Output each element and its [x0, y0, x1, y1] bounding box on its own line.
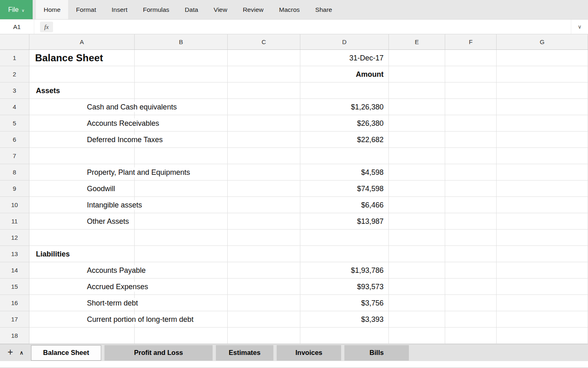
- cell-D11[interactable]: $13,987: [300, 213, 389, 230]
- cell-A14[interactable]: Accounts Payable: [29, 262, 135, 279]
- cell-D8[interactable]: $4,598: [300, 164, 389, 181]
- file-menu-button[interactable]: File ∨: [0, 0, 33, 19]
- cell-C8[interactable]: [228, 164, 300, 181]
- cell-E2[interactable]: [389, 66, 445, 83]
- cell-G9[interactable]: [497, 181, 588, 197]
- cell-G5[interactable]: [497, 115, 588, 132]
- formula-input[interactable]: [57, 20, 571, 34]
- menu-item-share[interactable]: Share: [308, 0, 340, 19]
- cell-D13[interactable]: [300, 246, 389, 262]
- cell-B16[interactable]: [135, 295, 228, 311]
- cell-F9[interactable]: [445, 181, 497, 197]
- cell-F7[interactable]: [445, 148, 497, 164]
- cell-B15[interactable]: [135, 279, 228, 295]
- cell-B1[interactable]: [135, 50, 228, 66]
- cell-C14[interactable]: [228, 262, 300, 279]
- column-header-D[interactable]: D: [300, 34, 389, 49]
- cell-A18[interactable]: [29, 328, 135, 344]
- cell-C5[interactable]: [228, 115, 300, 132]
- cell-E10[interactable]: [389, 197, 445, 213]
- cell-E4[interactable]: [389, 99, 445, 115]
- cell-A5[interactable]: Accounts Receivables: [29, 115, 135, 132]
- cell-G13[interactable]: [497, 246, 588, 262]
- cell-E1[interactable]: [389, 50, 445, 66]
- cell-A17[interactable]: Current portion of long-term debt: [29, 311, 135, 328]
- cell-G1[interactable]: [497, 50, 588, 66]
- cell-E9[interactable]: [389, 181, 445, 197]
- cell-G16[interactable]: [497, 295, 588, 311]
- cell-C2[interactable]: [228, 66, 300, 83]
- cell-C6[interactable]: [228, 132, 300, 148]
- column-header-E[interactable]: E: [389, 34, 445, 49]
- cell-C12[interactable]: [228, 230, 300, 246]
- row-header-5[interactable]: 5: [0, 115, 29, 132]
- cell-D3[interactable]: [300, 83, 389, 99]
- sheet-tab-profit-and-loss[interactable]: Profit and Loss: [104, 345, 213, 361]
- cell-E5[interactable]: [389, 115, 445, 132]
- row-header-2[interactable]: 2: [0, 66, 29, 83]
- select-all-corner[interactable]: [0, 34, 29, 49]
- cell-A13[interactable]: Liabilities: [29, 246, 135, 262]
- sheet-tab-invoices[interactable]: Invoices: [277, 345, 341, 361]
- row-header-17[interactable]: 17: [0, 311, 29, 328]
- cell-D9[interactable]: $74,598: [300, 181, 389, 197]
- sheet-tab-estimates[interactable]: Estimates: [216, 345, 273, 361]
- cell-F10[interactable]: [445, 197, 497, 213]
- cell-D5[interactable]: $26,380: [300, 115, 389, 132]
- column-header-F[interactable]: F: [445, 34, 497, 49]
- cell-C11[interactable]: [228, 213, 300, 230]
- cell-A2[interactable]: [29, 66, 135, 83]
- cell-F1[interactable]: [445, 50, 497, 66]
- row-header-14[interactable]: 14: [0, 262, 29, 279]
- cell-F13[interactable]: [445, 246, 497, 262]
- cell-G12[interactable]: [497, 230, 588, 246]
- cell-F6[interactable]: [445, 132, 497, 148]
- cell-E13[interactable]: [389, 246, 445, 262]
- column-header-A[interactable]: A: [29, 34, 135, 49]
- row-header-15[interactable]: 15: [0, 279, 29, 295]
- cell-F17[interactable]: [445, 311, 497, 328]
- cell-A16[interactable]: Short-term debt: [29, 295, 135, 311]
- cell-G17[interactable]: [497, 311, 588, 328]
- cell-G6[interactable]: [497, 132, 588, 148]
- cell-E3[interactable]: [389, 83, 445, 99]
- menu-item-macros[interactable]: Macros: [271, 0, 308, 19]
- cell-E11[interactable]: [389, 213, 445, 230]
- cell-B14[interactable]: [135, 262, 228, 279]
- cell-G7[interactable]: [497, 148, 588, 164]
- cell-F11[interactable]: [445, 213, 497, 230]
- cell-F3[interactable]: [445, 83, 497, 99]
- row-header-6[interactable]: 6: [0, 132, 29, 148]
- cell-A15[interactable]: Accrued Expenses: [29, 279, 135, 295]
- cell-G3[interactable]: [497, 83, 588, 99]
- cell-C9[interactable]: [228, 181, 300, 197]
- cell-G2[interactable]: [497, 66, 588, 83]
- menu-item-view[interactable]: View: [206, 0, 235, 19]
- cell-B12[interactable]: [135, 230, 228, 246]
- cell-A7[interactable]: [29, 148, 135, 164]
- cell-E17[interactable]: [389, 311, 445, 328]
- cell-D15[interactable]: $93,573: [300, 279, 389, 295]
- cell-B10[interactable]: [135, 197, 228, 213]
- menu-item-data[interactable]: Data: [177, 0, 206, 19]
- cell-C17[interactable]: [228, 311, 300, 328]
- cell-C1[interactable]: [228, 50, 300, 66]
- cell-C7[interactable]: [228, 148, 300, 164]
- cell-G11[interactable]: [497, 213, 588, 230]
- cell-F12[interactable]: [445, 230, 497, 246]
- column-header-C[interactable]: C: [228, 34, 300, 49]
- cell-A12[interactable]: [29, 230, 135, 246]
- cell-D1[interactable]: 31-Dec-17: [300, 50, 389, 66]
- cell-E15[interactable]: [389, 279, 445, 295]
- cell-D12[interactable]: [300, 230, 389, 246]
- cell-F8[interactable]: [445, 164, 497, 181]
- row-header-1[interactable]: 1: [0, 50, 29, 66]
- menu-item-insert[interactable]: Insert: [104, 0, 135, 19]
- cell-C18[interactable]: [228, 328, 300, 344]
- column-header-B[interactable]: B: [135, 34, 228, 49]
- menu-item-home[interactable]: Home: [36, 0, 68, 19]
- column-header-G[interactable]: G: [497, 34, 588, 49]
- cell-A9[interactable]: Goodwill: [29, 181, 135, 197]
- cell-B9[interactable]: [135, 181, 228, 197]
- cell-C15[interactable]: [228, 279, 300, 295]
